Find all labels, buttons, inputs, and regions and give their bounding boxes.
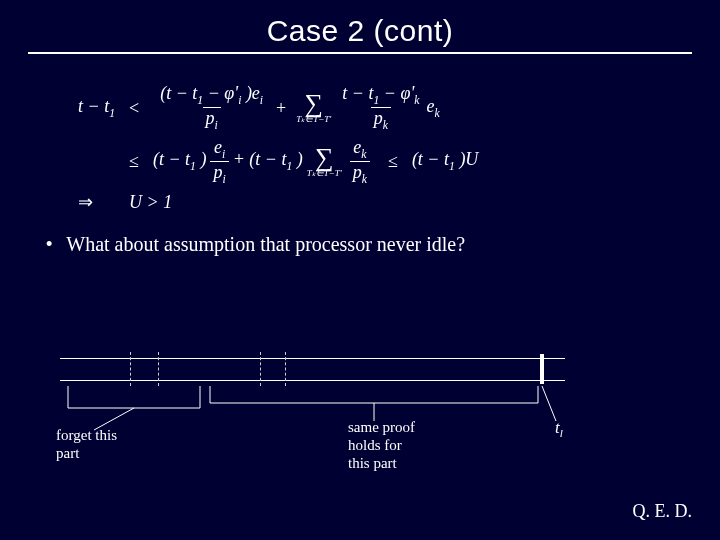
implies-symbol: ⇒: [78, 193, 93, 211]
math-derivation: t − t1 < (t − t1 − φ'i )ei pi + ∑ Tₖ∈T−T…: [78, 84, 692, 211]
label-forget: forget this part: [56, 426, 117, 462]
timeline-marker-tl: [540, 354, 544, 384]
u-gt-1: U > 1: [129, 193, 172, 211]
timeline-line-top: [60, 358, 565, 359]
timeline-dash: [260, 352, 261, 386]
bullet-item: • What about assumption that processor n…: [46, 233, 692, 256]
qed-label: Q. E. D.: [633, 501, 693, 522]
math-line-3: ⇒ U > 1: [78, 193, 692, 211]
fraction-1: (t − t1 − φ'i )ei pi: [157, 84, 266, 132]
lhs: t − t1: [78, 97, 115, 119]
le-1: ≤: [129, 152, 139, 170]
timeline-line-bottom: [60, 380, 565, 381]
label-tl: tl: [555, 418, 563, 441]
label-sameproof: same proof holds for this part: [348, 418, 415, 472]
timeline-dash: [158, 352, 159, 386]
timeline-dash: [130, 352, 131, 386]
fraction-3: ei pi: [210, 138, 228, 186]
bullet-icon: •: [46, 233, 52, 255]
sigma-1: ∑ Tₖ∈T−T': [296, 91, 331, 124]
fraction-4: ek pk: [350, 138, 370, 186]
svg-line-2: [542, 386, 556, 421]
timeline-dash: [285, 352, 286, 386]
plus-1: +: [276, 99, 286, 117]
page-title: Case 2 (cont): [28, 14, 692, 48]
timeline-diagram: forget this part same proof holds for th…: [60, 358, 660, 488]
fraction-2: t − t1 − φ'k pk: [339, 84, 422, 132]
math-line-1: t − t1 < (t − t1 − φ'i )ei pi + ∑ Tₖ∈T−T…: [78, 84, 692, 132]
less-than: <: [129, 99, 139, 117]
sigma-2: ∑ Tₖ∈T−T': [307, 145, 342, 178]
trailing-ek: ek: [426, 97, 439, 119]
bullet-text: What about assumption that processor nev…: [66, 233, 465, 256]
title-bar: Case 2 (cont): [28, 14, 692, 54]
le-2: ≤: [388, 152, 398, 170]
math-line-2: t − t1 ≤ (t − t1 ) ei pi + (t − t1 ) ∑ T…: [78, 138, 692, 186]
rhs-U: (t − t1 )U: [412, 150, 479, 172]
